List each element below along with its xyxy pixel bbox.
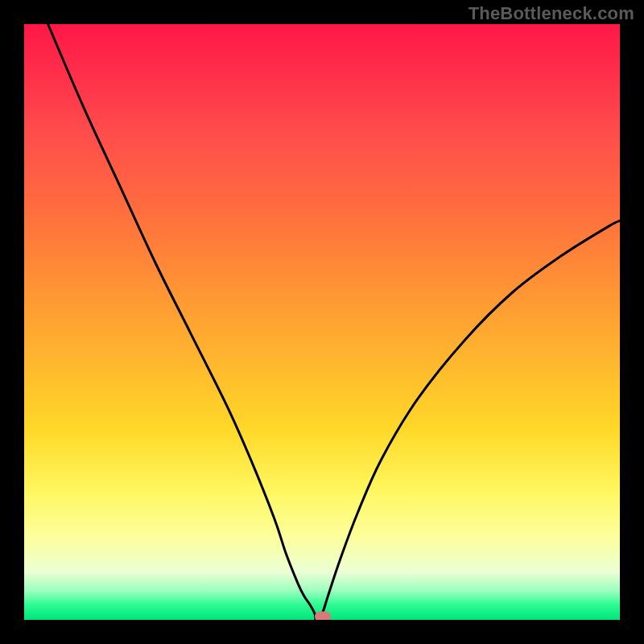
bottleneck-curve xyxy=(24,24,620,620)
curve-path xyxy=(48,24,620,620)
watermark-text: TheBottleneck.com xyxy=(469,3,634,24)
optimal-point-marker xyxy=(315,612,331,620)
plot-area xyxy=(24,24,620,620)
chart-frame: TheBottleneck.com xyxy=(0,0,644,644)
